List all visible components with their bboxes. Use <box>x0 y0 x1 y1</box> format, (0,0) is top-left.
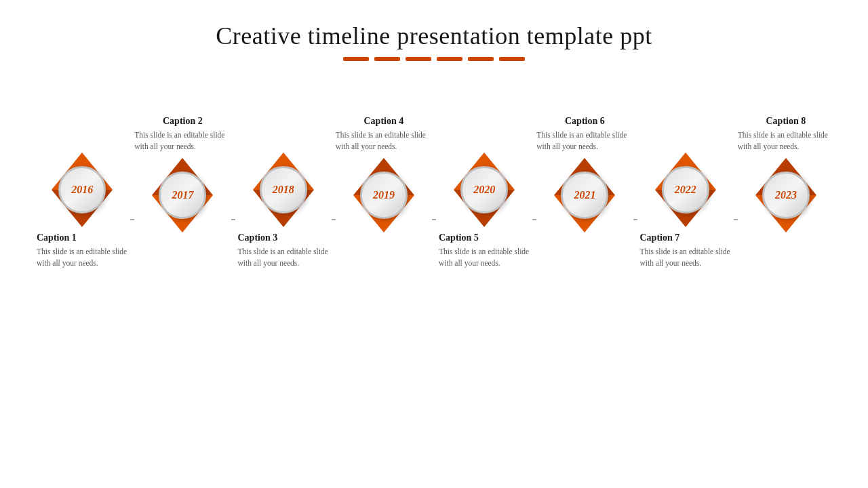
timeline-item-2017: Caption 2 This slide is an editable slid… <box>134 98 231 287</box>
year-text-2017: 2017 <box>172 189 193 201</box>
caption-text-2018: This slide is an editable slide with all… <box>238 246 329 270</box>
circle-2020: 2020 <box>460 166 508 214</box>
caption-title-2016: Caption 1 <box>37 232 77 243</box>
circle-2022: 2022 <box>662 166 709 214</box>
timeline-item-2023: Caption 8 This slide is an editable slid… <box>738 98 834 287</box>
decorative-dashes <box>14 57 854 61</box>
caption-bottom-2016: Caption 1 This slide is an editable slid… <box>34 232 130 287</box>
caption-text-2023: This slide is an editable slide with all… <box>738 129 834 153</box>
timeline-item-2019: Caption 4 This slide is an editable slid… <box>336 98 432 287</box>
circle-2021: 2021 <box>561 171 608 219</box>
year-text-2022: 2022 <box>675 184 696 196</box>
caption-title-2022: Caption 7 <box>640 232 680 243</box>
year-text-2021: 2021 <box>574 189 595 201</box>
slide: Creative timeline presentation template … <box>0 0 868 488</box>
circle-2023: 2023 <box>762 171 810 219</box>
timeline-item-2018: 2018 Caption 3 This slide is an editable… <box>235 98 332 287</box>
caption-text-2020: This slide is an editable slide with all… <box>439 246 530 270</box>
caption-text-2021: This slide is an editable slide with all… <box>536 129 633 153</box>
caption-bottom-2020: Caption 5 This slide is an editable slid… <box>436 232 532 287</box>
circle-2018: 2018 <box>260 166 307 214</box>
caption-title-2020: Caption 5 <box>439 232 479 243</box>
timeline-item-2016: 2016 Caption 1 This slide is an editable… <box>34 98 130 287</box>
diamond-2020: 2020 <box>454 152 515 227</box>
dash-2 <box>374 57 400 61</box>
caption-title-2018: Caption 3 <box>238 232 278 243</box>
caption-bottom-2022: Caption 7 This slide is an editable slid… <box>637 232 734 287</box>
year-text-2019: 2019 <box>373 189 395 201</box>
caption-top-2021: Caption 6 This slide is an editable slid… <box>536 98 633 152</box>
year-text-2023: 2023 <box>775 189 797 201</box>
caption-title-2023: Caption 8 <box>766 116 806 127</box>
dash-6 <box>499 57 525 61</box>
diamond-2023: 2023 <box>755 158 816 232</box>
diamond-2021: 2021 <box>554 158 615 232</box>
year-text-2016: 2016 <box>71 184 93 196</box>
timeline-item-2020: 2020 Caption 5 This slide is an editable… <box>436 98 532 287</box>
title-section: Creative timeline presentation template … <box>14 0 854 61</box>
timeline-item-2022: 2022 Caption 7 This slide is an editable… <box>637 98 734 287</box>
dash-1 <box>343 57 369 61</box>
timeline-container: 2016 Caption 1 This slide is an editable… <box>14 98 854 287</box>
diamond-2016: 2016 <box>52 152 113 227</box>
caption-title-2017: Caption 2 <box>163 116 203 127</box>
caption-title-2021: Caption 6 <box>565 116 605 127</box>
diamond-2018: 2018 <box>253 152 314 227</box>
caption-title-2019: Caption 4 <box>364 116 404 127</box>
caption-text-2016: This slide is an editable slide with all… <box>37 246 127 270</box>
caption-bottom-2018: Caption 3 This slide is an editable slid… <box>235 232 332 287</box>
year-text-2018: 2018 <box>273 184 294 196</box>
diamond-2022: 2022 <box>655 152 716 227</box>
caption-top-2017: Caption 2 This slide is an editable slid… <box>134 98 231 152</box>
caption-text-2019: This slide is an editable slide with all… <box>336 129 432 153</box>
circle-2016: 2016 <box>58 166 106 214</box>
year-text-2020: 2020 <box>473 184 495 196</box>
main-title: Creative timeline presentation template … <box>14 22 854 50</box>
dash-4 <box>437 57 462 61</box>
dash-3 <box>406 57 431 61</box>
circle-2017: 2017 <box>159 171 206 219</box>
caption-top-2023: Caption 8 This slide is an editable slid… <box>738 98 834 152</box>
dash-5 <box>468 57 494 61</box>
timeline-item-2021: Caption 6 This slide is an editable slid… <box>536 98 633 287</box>
caption-text-2022: This slide is an editable slide with all… <box>640 246 731 270</box>
circle-2019: 2019 <box>360 171 408 219</box>
diamond-2017: 2017 <box>152 158 213 232</box>
caption-top-2019: Caption 4 This slide is an editable slid… <box>336 98 432 152</box>
caption-text-2017: This slide is an editable slide with all… <box>134 129 231 153</box>
diamond-2019: 2019 <box>353 158 414 232</box>
